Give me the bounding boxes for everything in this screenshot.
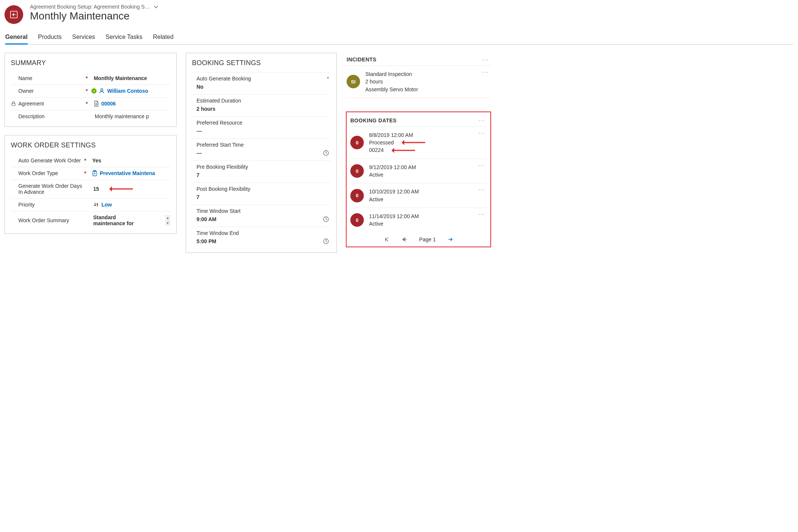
- booking-date-row[interactable]: 0 10/10/2019 12:00 AM Active ···: [350, 183, 487, 208]
- required-mark: *: [86, 101, 88, 107]
- row-more-icon[interactable]: ···: [482, 69, 489, 75]
- tab-bar: General Products Services Service Tasks …: [4, 31, 794, 45]
- booking-date-row[interactable]: 0 11/14/2019 12:00 AM Active ···: [350, 208, 487, 232]
- row-more-icon[interactable]: ···: [478, 186, 485, 192]
- avatar: 0: [350, 136, 364, 149]
- value-est-duration[interactable]: 2 hours: [192, 104, 331, 115]
- booking-status: Active: [369, 220, 436, 227]
- pager-next[interactable]: [447, 236, 454, 243]
- required-mark: *: [86, 75, 88, 81]
- svg-point-1: [101, 89, 103, 91]
- label-win-end: Time Window End: [192, 230, 331, 236]
- required-mark: *: [86, 88, 88, 94]
- row-more-icon[interactable]: ···: [478, 130, 485, 136]
- value-agreement[interactable]: 00006: [94, 101, 170, 107]
- value-name[interactable]: Monthly Maintenance: [94, 75, 170, 81]
- value-auto-gen-booking[interactable]: No: [192, 82, 331, 93]
- value-win-start[interactable]: 9:00 AM: [192, 214, 331, 225]
- clipboard-icon: [92, 170, 97, 176]
- value-owner[interactable]: William Contoso: [91, 88, 170, 94]
- booking-date-time: 11/14/2019 12:00 AM: [369, 213, 436, 220]
- value-wo-type[interactable]: Preventative Maintena: [92, 170, 170, 176]
- value-wo-summary[interactable]: Standard maintenance for ▲ ▼: [93, 214, 170, 226]
- value-pref-start[interactable]: ---: [192, 148, 331, 159]
- svg-rect-2: [12, 103, 15, 106]
- label-gen-days: Generate Work Order Days In Advance: [18, 183, 84, 195]
- booking-date-time: 9/12/2019 12:00 AM: [369, 163, 436, 171]
- annotation-arrow: [107, 186, 133, 192]
- label-win-start: Time Window Start: [192, 208, 331, 214]
- pager-prev[interactable]: [401, 236, 408, 243]
- lock-icon: [11, 101, 16, 106]
- booking-settings-card: BOOKING SETTINGS Auto Generate Booking *…: [186, 53, 337, 253]
- tab-related[interactable]: Related: [153, 31, 174, 44]
- tab-products[interactable]: Products: [38, 31, 62, 44]
- label-priority: Priority: [18, 202, 35, 208]
- required-mark: *: [84, 158, 86, 163]
- value-pre-flex[interactable]: 7: [192, 170, 331, 181]
- incident-duration: 2 hours: [365, 78, 433, 85]
- presence-available-icon: [91, 88, 97, 94]
- required-mark: *: [84, 170, 86, 176]
- label-post-flex: Post Booking Flexibility: [192, 186, 331, 192]
- value-description[interactable]: Monthly maintenance p: [95, 113, 170, 119]
- label-owner: Owner: [18, 88, 34, 94]
- avatar: 0: [350, 164, 364, 178]
- booking-date-row[interactable]: 0 9/12/2019 12:00 AM Active ···: [350, 159, 487, 184]
- booking-status: Active: [369, 171, 436, 178]
- clock-icon[interactable]: [323, 150, 331, 156]
- booking-status: Processed: [369, 139, 394, 146]
- priority-arrows-icon: [93, 202, 99, 208]
- label-wo-type: Work Order Type: [18, 170, 58, 176]
- person-icon: [99, 88, 105, 94]
- label-description: Description: [18, 113, 45, 119]
- avatar: 0: [350, 213, 364, 227]
- booking-status: Active: [369, 196, 436, 203]
- label-auto-gen-wo: Auto Generate Work Order: [18, 158, 81, 163]
- work-order-settings-card: WORK ORDER SETTINGS Auto Generate Work O…: [4, 135, 177, 234]
- section-title-incidents: INCIDENTS: [347, 56, 377, 62]
- value-priority[interactable]: Low: [93, 202, 170, 208]
- section-more-icon[interactable]: ···: [478, 117, 485, 123]
- label-agreement: Agreement: [18, 101, 44, 107]
- tab-services[interactable]: Services: [72, 31, 95, 44]
- annotation-arrow: [389, 148, 415, 153]
- section-title-work-order: WORK ORDER SETTINGS: [11, 141, 170, 149]
- row-more-icon[interactable]: ···: [478, 211, 485, 217]
- value-auto-gen-wo[interactable]: Yes: [92, 158, 170, 163]
- tab-general[interactable]: General: [5, 31, 28, 45]
- value-post-flex[interactable]: 7: [192, 192, 331, 203]
- tab-service-tasks[interactable]: Service Tasks: [106, 31, 142, 44]
- value-win-end[interactable]: 5:00 PM: [192, 236, 331, 247]
- label-auto-gen-booking: Auto Generate Booking: [192, 76, 327, 82]
- label-pref-resource: Preferred Resource: [192, 120, 331, 126]
- incident-asset: Assembly Servo Motor: [365, 86, 433, 93]
- value-gen-days[interactable]: 15: [93, 186, 170, 192]
- section-more-icon[interactable]: ···: [482, 56, 489, 62]
- document-icon: [94, 101, 99, 107]
- annotation-arrow: [399, 140, 425, 145]
- chevron-down-icon[interactable]: [153, 4, 159, 10]
- pager-label: Page 1: [419, 236, 436, 242]
- textarea-scroll-down[interactable]: ▼: [165, 220, 170, 226]
- clock-icon[interactable]: [323, 238, 331, 244]
- textarea-scroll-up[interactable]: ▲: [165, 215, 170, 220]
- label-pref-start: Preferred Start Time: [192, 142, 331, 148]
- section-title-booking-dates: BOOKING DATES: [350, 117, 397, 123]
- avatar: SI: [347, 75, 360, 88]
- entity-icon: [4, 5, 23, 24]
- avatar: 0: [350, 189, 364, 202]
- row-more-icon[interactable]: ···: [478, 162, 485, 168]
- booking-number: 00224: [369, 146, 384, 154]
- incident-row[interactable]: SI Standard Inspection 2 hours Assembly …: [346, 66, 491, 98]
- clock-icon[interactable]: [323, 216, 331, 222]
- pager-first[interactable]: [383, 236, 390, 243]
- breadcrumb: Agreement Booking Setup: Agreement Booki…: [30, 4, 150, 10]
- value-pref-resource[interactable]: ---: [192, 126, 331, 137]
- booking-date-row[interactable]: 0 8/8/2019 12:00 AM Processed 00224: [350, 127, 487, 159]
- label-wo-summary: Work Order Summary: [18, 217, 69, 223]
- booking-date-time: 8/8/2019 12:00 AM: [369, 131, 436, 139]
- section-title-booking: BOOKING SETTINGS: [192, 59, 331, 67]
- label-name: Name: [18, 75, 32, 81]
- booking-date-time: 10/10/2019 12:00 AM: [369, 188, 436, 195]
